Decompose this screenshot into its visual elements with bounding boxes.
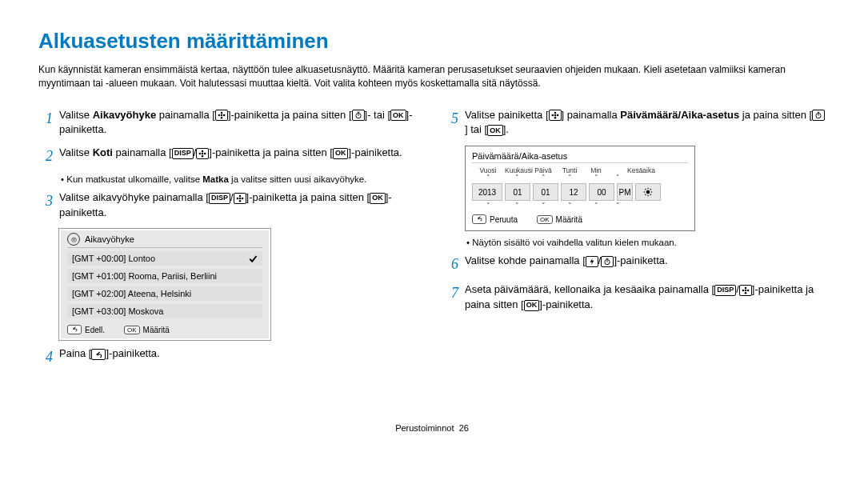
step-text: ]-painiketta. — [614, 254, 667, 266]
ok-icon: OK — [524, 300, 540, 311]
flower-icon — [234, 193, 246, 204]
timezone-row[interactable]: [GMT +01:00] Rooma, Pariisi, Berliini — [67, 269, 262, 283]
day-value[interactable]: 01 — [533, 183, 558, 201]
step-text: ] tai [ — [465, 123, 487, 135]
disp-icon: DISP — [209, 193, 230, 204]
step-text: ]-painiketta. — [348, 146, 402, 158]
step-7: 7 Aseta päivämäärä, kellonaika ja kesäai… — [444, 282, 826, 313]
intro-text: Kun käynnistät kameran ensimmäistä kerta… — [38, 63, 826, 90]
step-number: 5 — [444, 108, 458, 138]
step-text: painamalla [ — [113, 146, 172, 158]
left-column: 1 Valitse Aikavyöhyke painamalla []-pain… — [38, 103, 420, 376]
arrow-up-icon[interactable]: ˄ — [610, 174, 625, 182]
flower-icon — [739, 285, 752, 296]
cancel-button[interactable]: Peruuta — [472, 214, 518, 224]
back-button[interactable]: Edell. — [67, 325, 105, 334]
hour-value[interactable]: 12 — [561, 183, 586, 201]
page-footer: Perustoiminnot 26 — [38, 423, 826, 433]
arrow-down-icon[interactable] — [627, 202, 651, 210]
note-text: Kun matkustat ulkomaille, valitse — [66, 174, 202, 184]
arrow-up-icon[interactable]: ˄ — [558, 174, 582, 182]
footer-section: Perustoiminnot — [395, 423, 454, 433]
step-number: 6 — [444, 254, 458, 274]
cancel-button-label: Peruuta — [490, 215, 518, 224]
arrow-down-icon[interactable]: ˅ — [531, 202, 555, 210]
page-title: Alkuasetusten määrittäminen — [38, 29, 826, 54]
arrow-down-icon[interactable]: ˅ — [584, 202, 608, 210]
arrow-up-icon[interactable]: ˄ — [531, 174, 555, 182]
timer-icon — [601, 256, 614, 267]
step-text: Valitse aikavyöhyke painamalla [ — [59, 191, 209, 203]
timer-icon — [812, 110, 825, 121]
ampm-value[interactable]: PM — [617, 183, 633, 201]
timezone-row[interactable]: [GMT +00:00] Lontoo — [67, 251, 262, 266]
arrow-down-icon[interactable]: ˅ — [610, 202, 625, 210]
step-3: 3 Valitse aikavyöhyke painamalla [DISP/]… — [38, 190, 420, 221]
dst-sun-icon[interactable] — [635, 183, 661, 201]
target-icon: ◎ — [67, 233, 80, 246]
step-number: 7 — [444, 282, 458, 313]
step-text: Valitse kohde painamalla [ — [465, 254, 586, 266]
step-number: 1 — [38, 108, 53, 138]
flower-icon — [196, 148, 209, 159]
note-text-bold: Matka — [202, 174, 229, 184]
arrow-down-icon[interactable]: ˅ — [474, 202, 502, 210]
ok-icon: OK — [124, 326, 140, 334]
step-text: Valitse — [59, 109, 93, 121]
datetime-panel: Päivämäärä/Aika-asetus Vuosi Kuukausi Pä… — [465, 146, 695, 231]
timezone-panel-title: Aikavyöhyke — [85, 234, 134, 244]
flower-icon — [215, 110, 228, 121]
ok-button[interactable]: OKMääritä — [537, 214, 582, 224]
arrow-up-icon[interactable] — [627, 174, 651, 182]
footer-page-number: 26 — [459, 423, 469, 433]
col-label-dst: Kesäaika — [627, 166, 651, 174]
disp-icon: DISP — [714, 285, 736, 296]
step-text: ]. — [503, 123, 509, 135]
step-text: ja paina sitten [ — [739, 109, 812, 121]
datetime-panel-title: Päivämäärä/Aika-asetus — [472, 151, 688, 161]
step-6: 6 Valitse kohde painamalla [/]-painikett… — [444, 254, 826, 274]
step-text: ] painamalla — [562, 109, 621, 121]
step-text-bold: Päivämäärä/Aika-asetus — [620, 109, 739, 121]
arrow-down-icon[interactable]: ˅ — [505, 202, 529, 210]
step-number: 3 — [38, 190, 53, 221]
arrow-up-icon[interactable]: ˄ — [584, 174, 608, 182]
arrow-up-icon[interactable]: ˄ — [505, 174, 529, 182]
min-value[interactable]: 00 — [589, 183, 614, 201]
timezone-row-label: [GMT +02:00] Ateena, Helsinki — [72, 289, 191, 298]
timezone-panel: ◎ Aikavyöhyke [GMT +00:00] Lontoo [GMT +… — [59, 229, 270, 340]
timezone-row[interactable]: [GMT +03:00] Moskova — [67, 304, 262, 318]
step-text-bold: Koti — [93, 146, 113, 158]
ok-icon: OK — [390, 110, 406, 121]
step-text: Aseta päivämäärä, kellonaika ja kesäaika… — [465, 283, 714, 295]
step-text: ]- tai [ — [365, 109, 391, 121]
step-number: 4 — [38, 346, 53, 367]
timezone-row-label: [GMT +03:00] Moskova — [72, 306, 163, 316]
year-value[interactable]: 2013 — [472, 183, 502, 201]
ok-button-label: Määritä — [556, 215, 582, 224]
timer-icon — [352, 110, 365, 121]
step-text: ]-painiketta ja paina sitten [ — [246, 191, 370, 203]
flower-icon — [549, 110, 562, 121]
arrow-up-icon[interactable]: ˄ — [474, 174, 502, 182]
step-text: ]-painiketta. — [539, 298, 593, 310]
arrow-down-icon[interactable]: ˅ — [558, 202, 582, 210]
step-2-note: Kun matkustat ulkomaille, valitse Matka … — [61, 174, 420, 184]
step-text: Valitse painiketta [ — [465, 109, 549, 121]
note-text: ja valitse sitten uusi aikavyöhyke. — [229, 174, 367, 184]
step-text: painamalla [ — [156, 109, 215, 121]
disp-icon: DISP — [172, 148, 194, 159]
back-button-label: Edell. — [85, 326, 105, 334]
back-icon — [91, 349, 106, 360]
timezone-row[interactable]: [GMT +02:00] Ateena, Helsinki — [67, 286, 262, 301]
step-5: 5 Valitse painiketta [] painamalla Päivä… — [444, 108, 826, 138]
ok-icon: OK — [370, 193, 386, 204]
right-column: 5 Valitse painiketta [] painamalla Päivä… — [444, 103, 826, 376]
month-value[interactable]: 01 — [505, 183, 530, 201]
ok-button[interactable]: OKMääritä — [124, 325, 170, 334]
step-text: ]-painiketta ja paina sitten [ — [228, 109, 352, 121]
step-text: Paina [ — [59, 347, 91, 359]
flash-icon — [586, 256, 598, 267]
back-icon — [472, 214, 486, 224]
timezone-row-label: [GMT +01:00] Rooma, Pariisi, Berliini — [72, 271, 217, 281]
